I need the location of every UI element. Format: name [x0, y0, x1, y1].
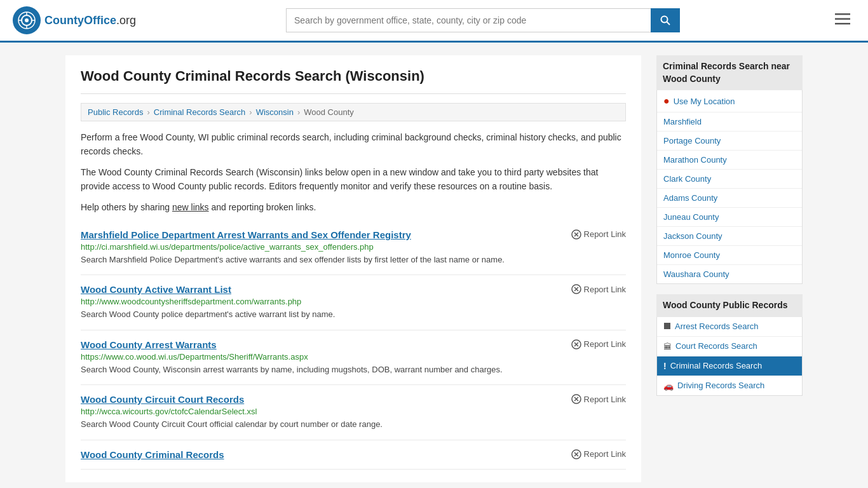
sidebar-public-records-item[interactable]: 🚗Driving Records Search	[657, 376, 802, 395]
record-desc: Search Wood County police department's a…	[81, 308, 626, 321]
search-button[interactable]	[651, 8, 680, 32]
sidebar-public-records-item[interactable]: Arrest Records Search	[657, 317, 802, 337]
breadcrumb-public-records[interactable]: Public Records	[88, 107, 143, 117]
description-2: The Wood County Criminal Records Search …	[81, 165, 626, 194]
record-url[interactable]: http://wcca.wicourts.gov/ctofcCalendarSe…	[81, 407, 626, 416]
sidebar-nearby-item[interactable]: Adams County	[657, 189, 802, 208]
public-records-box: Wood County Public Records Arrest Record…	[656, 294, 803, 396]
sidebar: Criminal Records Search near Wood County…	[656, 55, 803, 482]
sidebar-nearby-item[interactable]: Juneau County	[657, 208, 802, 227]
record-item-header: Marshfield Police Department Arrest Warr…	[81, 229, 626, 240]
logo[interactable]: CountyOffice.org	[13, 6, 136, 34]
sidebar-icon: 🚗	[663, 381, 674, 391]
sidebar-icon: !	[663, 361, 667, 371]
description-3: Help others by sharing new links and rep…	[81, 200, 626, 214]
search-input[interactable]	[286, 8, 651, 32]
report-link[interactable]: Report Link	[571, 339, 626, 349]
criminal-icon: !	[663, 361, 667, 371]
sidebar-public-records-link[interactable]: Driving Records Search	[677, 381, 764, 390]
sidebar-item-label: Criminal Records Search	[670, 361, 763, 370]
record-desc: Search Wood County Circuit Court officia…	[81, 418, 626, 431]
report-link[interactable]: Report Link	[571, 394, 626, 404]
sidebar-nearby-item[interactable]: Jackson County	[657, 227, 802, 246]
sidebar-nearby-link[interactable]: Adams County	[663, 193, 717, 203]
logo-text: CountyOffice.org	[44, 14, 136, 27]
sidebar-nearby-link[interactable]: Jackson County	[663, 231, 722, 241]
sidebar-nearby-link[interactable]: Marathon County	[663, 155, 727, 165]
sidebar-public-records-item[interactable]: 🏛Court Records Search	[657, 337, 802, 356]
record-item: Wood County Criminal Records Report Link	[81, 440, 626, 470]
driving-icon: 🚗	[663, 381, 674, 391]
svg-rect-27	[664, 323, 670, 329]
sidebar-public-records-link[interactable]: Court Records Search	[675, 341, 757, 351]
sidebar-icon: 🏛	[663, 341, 672, 351]
svg-rect-9	[835, 13, 850, 15]
sidebar-nearby-link[interactable]: Juneau County	[663, 212, 719, 222]
nearby-items-container: MarshfieldPortage CountyMarathon CountyC…	[657, 112, 802, 283]
breadcrumb-wood-county: Wood County	[304, 107, 354, 117]
sidebar-nearby-link[interactable]: Portage County	[663, 136, 721, 146]
record-item-header: Wood County Circuit Court Records Report…	[81, 394, 626, 405]
sidebar-nearby-item[interactable]: Monroe County	[657, 246, 802, 265]
nearby-list: ● Use My Location MarshfieldPortage Coun…	[656, 90, 803, 284]
main-content: Wood County Criminal Records Search (Wis…	[65, 55, 641, 482]
record-url[interactable]: https://www.co.wood.wi.us/Departments/Sh…	[81, 352, 626, 362]
breadcrumb-wisconsin[interactable]: Wisconsin	[256, 107, 294, 117]
record-title[interactable]: Marshfield Police Department Arrest Warr…	[81, 229, 411, 240]
header: CountyOffice.org	[0, 0, 868, 43]
report-link[interactable]: Report Link	[571, 449, 626, 459]
record-title[interactable]: Wood County Active Warrant List	[81, 284, 231, 295]
public-records-title: Wood County Public Records	[656, 294, 803, 317]
record-title[interactable]: Wood County Arrest Warrants	[81, 339, 217, 350]
record-title[interactable]: Wood County Criminal Records	[81, 449, 224, 460]
record-item: Wood County Active Warrant List Report L…	[81, 275, 626, 330]
public-records-items-container: Arrest Records Search🏛Court Records Sear…	[657, 317, 802, 395]
main-container: Wood County Criminal Records Search (Wis…	[53, 43, 815, 488]
location-dot-icon: ●	[663, 95, 670, 107]
sidebar-public-records-item[interactable]: !Criminal Records Search	[657, 356, 802, 376]
sidebar-nearby-item[interactable]: Clark County	[657, 170, 802, 189]
nearby-box: Criminal Records Search near Wood County…	[656, 55, 803, 284]
logo-icon	[13, 6, 41, 34]
record-url[interactable]: http://ci.marshfield.wi.us/departments/p…	[81, 242, 626, 252]
record-item-header: Wood County Active Warrant List Report L…	[81, 284, 626, 295]
use-location[interactable]: ● Use My Location	[657, 90, 802, 112]
sidebar-nearby-item[interactable]: Marshfield	[657, 112, 802, 132]
svg-point-7	[661, 17, 668, 23]
new-links-link[interactable]: new links	[172, 202, 209, 212]
arrest-icon	[663, 322, 671, 330]
record-item-header: Wood County Arrest Warrants Report Link	[81, 339, 626, 350]
report-link[interactable]: Report Link	[571, 284, 626, 294]
records-list: Marshfield Police Department Arrest Warr…	[81, 220, 626, 470]
record-item: Wood County Arrest Warrants Report Link …	[81, 330, 626, 386]
sidebar-nearby-link[interactable]: Waushara County	[663, 269, 729, 279]
breadcrumb-criminal-records-search[interactable]: Criminal Records Search	[154, 107, 246, 117]
sidebar-nearby-item[interactable]: Waushara County	[657, 265, 802, 283]
svg-point-2	[25, 18, 29, 22]
sidebar-nearby-item[interactable]: Marathon County	[657, 151, 802, 170]
breadcrumb: Public Records › Criminal Records Search…	[81, 103, 626, 121]
sidebar-nearby-item[interactable]: Portage County	[657, 132, 802, 151]
sidebar-nearby-link[interactable]: Monroe County	[663, 250, 720, 260]
description-1: Perform a free Wood County, WI public cr…	[81, 130, 626, 159]
svg-rect-10	[835, 18, 850, 20]
sidebar-nearby-link[interactable]: Marshfield	[663, 117, 702, 126]
record-item-header: Wood County Criminal Records Report Link	[81, 449, 626, 460]
sidebar-nearby-link[interactable]: Clark County	[663, 174, 711, 184]
report-link[interactable]: Report Link	[571, 229, 626, 240]
menu-button[interactable]	[830, 10, 855, 31]
record-title[interactable]: Wood County Circuit Court Records	[81, 394, 244, 405]
nearby-title: Criminal Records Search near Wood County	[656, 55, 803, 90]
svg-rect-11	[835, 23, 850, 25]
record-item: Marshfield Police Department Arrest Warr…	[81, 220, 626, 276]
svg-line-8	[667, 22, 670, 25]
search-area	[286, 8, 680, 32]
public-records-list: Arrest Records Search🏛Court Records Sear…	[656, 317, 803, 396]
page-title: Wood County Criminal Records Search (Wis…	[81, 68, 626, 94]
sidebar-public-records-link[interactable]: Arrest Records Search	[675, 322, 759, 331]
record-url[interactable]: http://www.woodcountysheriffsdepartment.…	[81, 297, 626, 306]
sidebar-icon	[663, 322, 671, 332]
record-item: Wood County Circuit Court Records Report…	[81, 385, 626, 440]
record-desc: Search Marshfield Police Department's ac…	[81, 254, 626, 266]
record-desc: Search Wood County, Wisconsin arrest war…	[81, 363, 626, 376]
